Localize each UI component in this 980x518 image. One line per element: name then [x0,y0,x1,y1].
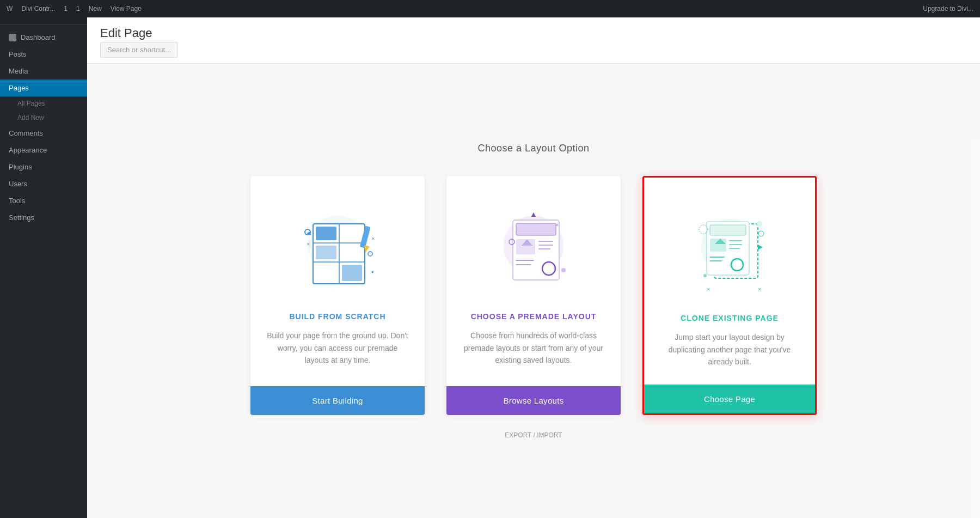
svg-text:▶: ▶ [758,243,763,251]
choose-premade-layout-card-body: ▲ ✕ CHOOSE A PREMADE LAYOUT Choose from … [446,176,621,386]
sidebar-item-comments-label: Comments [9,129,43,137]
sidebar-item-dashboard[interactable]: Dashboard [0,29,87,46]
svg-text:◆: ◆ [371,270,374,273]
sidebar-item-tools[interactable]: Tools [0,192,87,209]
page-header: Edit Page Search or shortcut... [87,17,980,64]
sidebar-item-users[interactable]: Users [0,175,87,192]
sidebar-item-posts[interactable]: Posts [0,46,87,63]
svg-text:✕: ✕ [758,287,762,292]
svg-text:✕: ✕ [707,287,710,292]
sidebar-item-comments[interactable]: Comments [0,125,87,142]
svg-text:✕: ✕ [307,242,310,247]
svg-rect-35 [710,239,726,252]
sidebar-item-tools-label: Tools [9,197,25,205]
sidebar-item-dashboard-label: Dashboard [21,33,56,41]
start-building-button[interactable]: Start Building [250,386,425,415]
choose-premade-layout-card: ▲ ✕ CHOOSE A PREMADE LAYOUT Choose from … [446,176,621,415]
clone-existing-page-illustration: ▶ ✕ ✕ [675,199,784,297]
svg-point-44 [757,221,762,227]
dashboard-icon [9,34,16,41]
svg-rect-7 [342,265,362,281]
search-bar[interactable]: Search or shortcut... [100,42,178,58]
sidebar-item-appearance[interactable]: Appearance [0,142,87,159]
sidebar-item-plugins[interactable]: Plugins [0,159,87,175]
build-from-scratch-card-body: ◀ ✕ ✕ ◆ BUILD FROM SCRATCH Build your pa… [250,176,425,386]
option-title: Choose a Layout Option [477,143,589,154]
svg-text:◀: ◀ [307,230,311,236]
build-from-scratch-footer: Start Building [250,386,425,415]
new-link[interactable]: New [89,5,102,13]
build-from-scratch-heading: BUILD FROM SCRATCH [289,312,385,321]
clone-existing-page-card: ▶ ✕ ✕ CLONE EXISTING PAGE Jump start you… [642,176,817,415]
svg-point-48 [703,274,707,277]
updates-count[interactable]: 1 [76,5,80,13]
svg-text:▲: ▲ [530,210,537,218]
svg-text:✕: ✕ [555,223,559,228]
sidebar: Dashboard Dashboard Posts Media Pages Al… [0,0,87,518]
svg-text:✕: ✕ [371,236,375,241]
admin-topbar: W Divi Contr... 1 1 New View Page Upgrad… [0,0,980,17]
sidebar-navigation: Dashboard Posts Media Pages All Pages Ad… [0,29,87,226]
footer-export-import[interactable]: EXPORT / IMPORT [505,431,562,439]
sidebar-item-pages-label: Pages [9,84,29,92]
sidebar-item-settings[interactable]: Settings [0,209,87,226]
choose-premade-layout-illustration: ▲ ✕ [479,198,588,296]
clone-existing-page-footer: Choose Page [644,385,815,413]
sidebar-item-media[interactable]: Media [0,63,87,80]
clone-existing-page-description: Jump start your layout design by duplica… [660,331,799,368]
sidebar-item-posts-label: Posts [9,50,27,58]
cards-container: ◀ ✕ ✕ ◆ BUILD FROM SCRATCH Build your pa… [250,176,817,415]
comments-count[interactable]: 1 [64,5,68,13]
svg-point-12 [368,252,372,256]
view-page-link[interactable]: View Page [111,5,142,13]
sidebar-item-settings-label: Settings [9,214,34,222]
build-from-scratch-card: ◀ ✕ ✕ ◆ BUILD FROM SCRATCH Build your pa… [250,176,425,415]
clone-existing-page-card-body: ▶ ✕ ✕ CLONE EXISTING PAGE Jump start you… [644,178,815,384]
sidebar-item-pages[interactable]: Pages [0,80,87,96]
page-title: Edit Page [100,26,967,40]
clone-existing-page-heading: CLONE EXISTING PAGE [681,314,779,322]
page-header-sub: Search or shortcut... [100,45,967,54]
sidebar-subitem-add-new[interactable]: Add New [0,111,87,125]
content-area: Choose a Layout Option [87,64,980,518]
sidebar-item-media-label: Media [9,67,28,75]
choose-premade-layout-footer: Browse Layouts [446,386,621,415]
choose-premade-layout-description: Choose from hundreds of world-class prem… [463,330,604,366]
svg-rect-5 [316,227,336,240]
svg-point-49 [758,231,764,236]
main-content: Edit Page Search or shortcut... Choose a… [87,0,980,518]
svg-point-30 [561,268,566,272]
build-from-scratch-illustration: ◀ ✕ ✕ ◆ [283,198,392,296]
wp-icon[interactable]: W [7,5,13,13]
upgrade-link[interactable]: Upgrade to Divi... [923,5,973,13]
build-from-scratch-description: Build your page from the ground up. Don'… [267,330,408,366]
site-name[interactable]: Divi Contr... [21,5,55,13]
choose-premade-layout-heading: CHOOSE A PREMADE LAYOUT [471,312,597,321]
svg-rect-6 [316,246,336,259]
sidebar-item-plugins-label: Plugins [9,163,32,171]
svg-rect-34 [710,225,746,235]
sidebar-item-users-label: Users [9,180,27,188]
choose-page-button[interactable]: Choose Page [644,385,815,413]
svg-rect-18 [516,223,556,235]
sidebar-item-appearance-label: Appearance [9,146,47,154]
browse-layouts-button[interactable]: Browse Layouts [446,386,621,415]
sidebar-subitem-all-pages[interactable]: All Pages [0,96,87,111]
